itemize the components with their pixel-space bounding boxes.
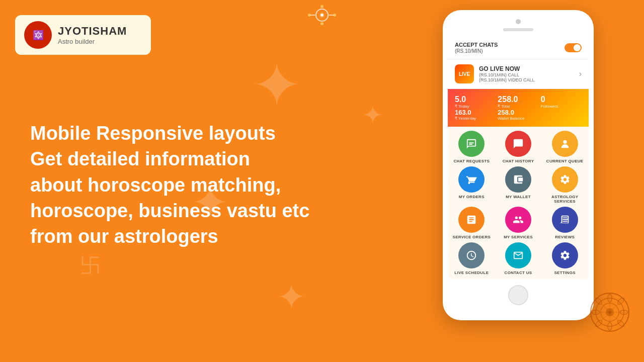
logo-box: 🔯 JYOTISHAM Astro builder <box>15 15 151 55</box>
svg-point-7 <box>320 5 324 8</box>
menu-item-astrology-services[interactable]: ASTROLOGY SERVICES <box>543 166 587 204</box>
menu-icon-11 <box>552 242 578 268</box>
phone-screen: ACCEPT CHATS (RS.10/MIN) LIVE GO LIVE NO… <box>448 36 589 279</box>
menu-icon-10 <box>505 242 531 268</box>
top-decoration <box>304 3 340 30</box>
stat-today: 5.0 ₹ Today 163.0 ₹ Yesterday <box>455 95 496 121</box>
stat-followers: 0 Followers <box>541 95 582 121</box>
menu-icon-6 <box>458 207 485 233</box>
phone-home-button[interactable] <box>508 285 528 305</box>
menu-item-my-wallet[interactable]: MY WALLET <box>497 166 540 204</box>
menu-icon-5 <box>552 166 578 193</box>
menu-item-settings[interactable]: SETTINGS <box>543 242 587 275</box>
menu-icon-9 <box>458 242 485 268</box>
phone-body: ACCEPT CHATS (RS.10/MIN) LIVE GO LIVE NO… <box>443 10 594 320</box>
menu-item-contact-us[interactable]: CONTACT US <box>497 242 540 275</box>
accept-chats-row: ACCEPT CHATS (RS.10/MIN) <box>448 36 589 59</box>
menu-icon-7 <box>505 207 531 233</box>
stat-total: 258.0 ₹ Total 258.0 Wallet Balance <box>498 95 538 121</box>
menu-item-service-orders[interactable]: SERVICE ORDERS <box>450 207 494 239</box>
menu-item-my-orders[interactable]: MY ORDERS <box>450 166 494 204</box>
go-live-sub1: (RS.10/1MIN) CALL <box>479 72 574 77</box>
menu-item-my-services[interactable]: MY SERVICES <box>497 207 540 239</box>
menu-label-6: SERVICE ORDERS <box>453 235 491 239</box>
menu-icon-3 <box>458 166 485 193</box>
stats-row: 5.0 ₹ Today 163.0 ₹ Yesterday 258.0 ₹ To… <box>448 89 589 127</box>
menu-label-8: REVIEWS <box>555 235 575 239</box>
svg-text:✦: ✦ <box>607 308 613 316</box>
menu-label-1: CHAT HISTORY <box>503 159 534 163</box>
menu-label-10: CONTACT US <box>505 270 532 275</box>
hero-text: Mobile Responsive layouts Get detailed i… <box>30 121 309 249</box>
hero-line3: about horoscope matching, <box>30 174 281 196</box>
svg-rect-11 <box>469 143 474 144</box>
menu-label-4: MY WALLET <box>506 195 531 199</box>
menu-label-11: SETTINGS <box>554 270 575 275</box>
right-mandala: ✦ <box>590 292 630 334</box>
menu-label-0: CHAT REQUESTS <box>453 159 490 163</box>
menu-item-live-schedule[interactable]: LIVE SCHEDULE <box>450 242 494 275</box>
menu-item-current-queue[interactable]: CURRENT QUEUE <box>543 131 587 163</box>
menu-icon-2 <box>552 131 578 157</box>
logo-icon: 🔯 <box>24 21 52 49</box>
go-live-text: GO LIVE NOW (RS.10/1MIN) CALL (RS.10/1MI… <box>479 65 574 82</box>
logo-text: JYOTISHAM Astro builder <box>58 25 127 45</box>
hero-line2: Get detailed information <box>30 148 250 169</box>
svg-point-2 <box>320 14 324 17</box>
go-live-sub2: (RS.10/1MIN) VIDEO CALL <box>479 77 574 82</box>
phone-speaker <box>503 28 533 31</box>
menu-grid: CHAT REQUESTSCHAT HISTORYCURRENT QUEUEMY… <box>448 127 589 279</box>
menu-icon-1 <box>505 131 531 157</box>
menu-label-9: LIVE SCHEDULE <box>454 270 489 275</box>
menu-item-reviews[interactable]: REVIEWS <box>543 207 587 239</box>
menu-label-5: ASTROLOGY SERVICES <box>543 195 587 204</box>
menu-label-2: CURRENT QUEUE <box>546 159 584 163</box>
svg-point-13 <box>563 140 567 144</box>
hero-line5: from our astrologers <box>30 226 218 247</box>
phone-camera <box>516 19 521 24</box>
menu-label-7: MY SERVICES <box>504 235 533 239</box>
menu-icon-4 <box>505 166 531 193</box>
svg-text:🔯: 🔯 <box>33 30 44 41</box>
go-live-title: GO LIVE NOW <box>479 65 574 72</box>
svg-rect-12 <box>469 144 472 145</box>
accept-chats-sub: (RS.10/MIN) <box>455 48 498 54</box>
menu-label-3: MY ORDERS <box>459 195 485 199</box>
menu-icon-8 <box>552 207 578 233</box>
menu-item-chat-requests[interactable]: CHAT REQUESTS <box>450 131 494 163</box>
hero-line4: horoscope, business vastu etc <box>30 200 309 221</box>
live-icon: LIVE <box>455 64 474 83</box>
svg-point-5 <box>308 14 311 17</box>
go-live-arrow-icon: › <box>579 69 582 78</box>
svg-point-8 <box>320 22 324 25</box>
hero-line1: Mobile Responsive layouts <box>30 123 276 144</box>
go-live-row[interactable]: LIVE GO LIVE NOW (RS.10/1MIN) CALL (RS.1… <box>448 59 589 89</box>
svg-point-6 <box>333 14 336 17</box>
phone-mockup: ACCEPT CHATS (RS.10/MIN) LIVE GO LIVE NO… <box>443 10 594 320</box>
menu-icon-0 <box>458 131 485 157</box>
accept-chats-toggle[interactable] <box>565 43 582 52</box>
menu-item-chat-history[interactable]: CHAT HISTORY <box>497 131 540 163</box>
accept-chats-label: ACCEPT CHATS <box>455 41 498 48</box>
